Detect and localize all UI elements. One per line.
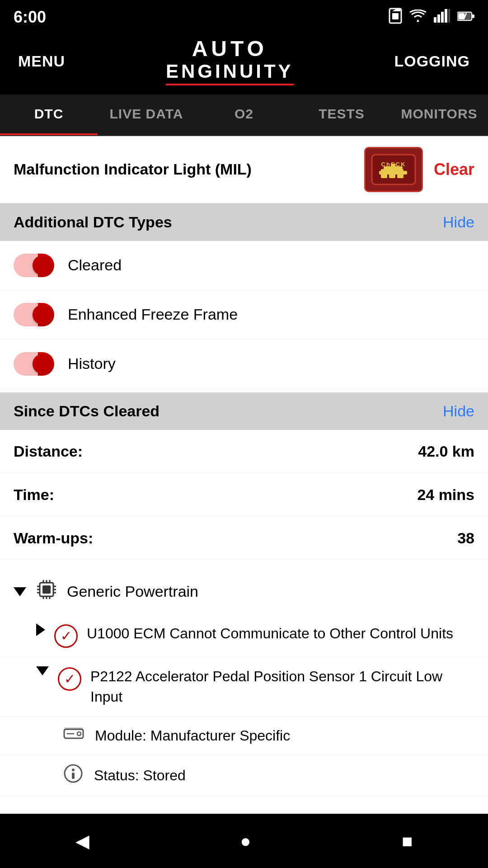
svg-rect-41 — [72, 773, 75, 779]
back-button[interactable]: ◀ — [75, 830, 89, 851]
enhanced-freeze-toggle[interactable] — [14, 303, 54, 326]
logo-line2: ENGINUITY — [166, 61, 294, 82]
mil-right: ChECK Clear — [364, 147, 474, 192]
additional-dtc-section: Additional DTC Types Hide Cleared Enhanc… — [0, 203, 488, 389]
svg-point-40 — [72, 769, 75, 771]
enhanced-freeze-label: Enhanced Freeze Frame — [68, 306, 238, 323]
main-content: Malfunction Indicator Light (MIL) ChECK — [0, 136, 488, 816]
menu-button[interactable]: MENU — [18, 52, 65, 70]
dtc-u1000-row[interactable]: ✓ U1000 ECM Cannot Communicate to Other … — [0, 614, 488, 657]
bottom-nav: ◀ ● ■ — [0, 814, 488, 868]
distance-row: Distance: 42.0 km — [0, 430, 488, 473]
app-logo: AUTO ENGINUITY — [166, 37, 294, 85]
chevron-down-icon — [14, 587, 26, 596]
info-icon — [63, 764, 83, 788]
cpu-icon — [35, 578, 58, 605]
status-detail-row: Status: Stored — [0, 755, 488, 796]
cleared-toggle[interactable] — [14, 254, 54, 277]
dtc-p2122-row[interactable]: ✓ P2122 Accelerator Pedal Position Senso… — [0, 657, 488, 717]
svg-point-36 — [77, 732, 81, 736]
svg-rect-1 — [392, 13, 399, 19]
time-value: 24 mins — [417, 486, 474, 504]
check-circle-p2122: ✓ — [58, 667, 81, 691]
generic-powertrain-label: Generic Powertrain — [67, 583, 198, 600]
since-dtcs-title: Since DTCs Cleared — [14, 402, 160, 420]
mil-label: Malfunction Indicator Light (MIL) — [14, 160, 252, 178]
recents-button[interactable]: ■ — [402, 831, 413, 851]
additional-dtc-header: Additional DTC Types Hide — [0, 203, 488, 241]
additional-dtc-title: Additional DTC Types — [14, 213, 172, 231]
history-toggle[interactable] — [14, 352, 54, 376]
u1000-label: U1000 ECM Cannot Communicate to Other Co… — [87, 623, 453, 644]
check-engine-badge: ChECK — [364, 147, 423, 192]
time-label: Time: — [14, 486, 54, 504]
status-bar: 6:00 — [0, 0, 488, 33]
svg-rect-20 — [391, 164, 395, 167]
since-dtcs-hide[interactable]: Hide — [443, 402, 474, 420]
clear-button[interactable]: Clear — [434, 160, 474, 179]
svg-rect-6 — [445, 9, 447, 23]
tab-tests[interactable]: TESTS — [293, 94, 390, 135]
svg-rect-3 — [434, 17, 436, 23]
home-button[interactable]: ● — [240, 831, 251, 851]
logging-button[interactable]: LOGGING — [394, 52, 470, 70]
warmups-row: Warm-ups: 38 — [0, 517, 488, 560]
warmups-label: Warm-ups: — [14, 529, 93, 547]
module-detail-row: Module: Manufacturer Specific — [0, 717, 488, 755]
toggle-cleared: Cleared — [0, 241, 488, 290]
p2122-label: P2122 Accelerator Pedal Position Sensor … — [90, 666, 474, 707]
svg-rect-9 — [472, 14, 474, 18]
warmups-value: 38 — [457, 529, 474, 547]
since-dtcs-header: Since DTCs Cleared Hide — [0, 392, 488, 430]
tab-live-data[interactable]: LIVE DATA — [98, 94, 195, 135]
svg-rect-5 — [441, 12, 444, 23]
additional-dtc-hide[interactable]: Hide — [443, 213, 474, 231]
tab-dtc[interactable]: DTC — [0, 94, 98, 135]
tab-monitors[interactable]: MONITORS — [390, 94, 488, 135]
logo-underline — [166, 84, 294, 85]
svg-rect-38 — [64, 727, 83, 730]
signal-icon — [434, 9, 450, 26]
toggle-enhanced-freeze: Enhanced Freeze Frame — [0, 290, 488, 340]
hdd-icon — [63, 725, 84, 747]
logo-line1: AUTO — [192, 37, 267, 61]
nav-tabs: DTC LIVE DATA O2 TESTS MONITORS — [0, 94, 488, 136]
svg-rect-4 — [437, 14, 440, 23]
status-detail-text: Status: Stored — [94, 767, 186, 784]
module-detail-text: Module: Manufacturer Specific — [95, 727, 290, 744]
sim-icon — [389, 8, 402, 27]
chevron-down-p2122-icon — [36, 666, 49, 675]
time-row: Time: 24 mins — [0, 473, 488, 517]
chevron-right-icon — [36, 623, 45, 636]
svg-rect-18 — [379, 171, 407, 175]
wifi-icon — [409, 9, 427, 25]
generic-powertrain-row[interactable]: Generic Powertrain — [0, 569, 488, 614]
distance-value: 42.0 km — [418, 443, 474, 460]
tab-o2[interactable]: O2 — [195, 94, 293, 135]
dtc-tree: Generic Powertrain ✓ U1000 ECM Cannot Co… — [0, 560, 488, 805]
since-dtcs-section: Since DTCs Cleared Hide Distance: 42.0 k… — [0, 392, 488, 560]
svg-rect-22 — [42, 585, 51, 594]
check-circle-u1000: ✓ — [54, 624, 78, 648]
cleared-label: Cleared — [68, 256, 122, 274]
app-header: MENU AUTO ENGINUITY LOGGING — [0, 33, 488, 94]
history-label: History — [68, 355, 116, 373]
status-time: 6:00 — [14, 8, 46, 27]
battery-icon — [457, 10, 474, 24]
mil-row: Malfunction Indicator Light (MIL) ChECK — [0, 136, 488, 203]
toggle-history: History — [0, 340, 488, 389]
svg-rect-7 — [448, 9, 450, 23]
status-icons — [389, 8, 474, 27]
distance-label: Distance: — [14, 443, 83, 460]
